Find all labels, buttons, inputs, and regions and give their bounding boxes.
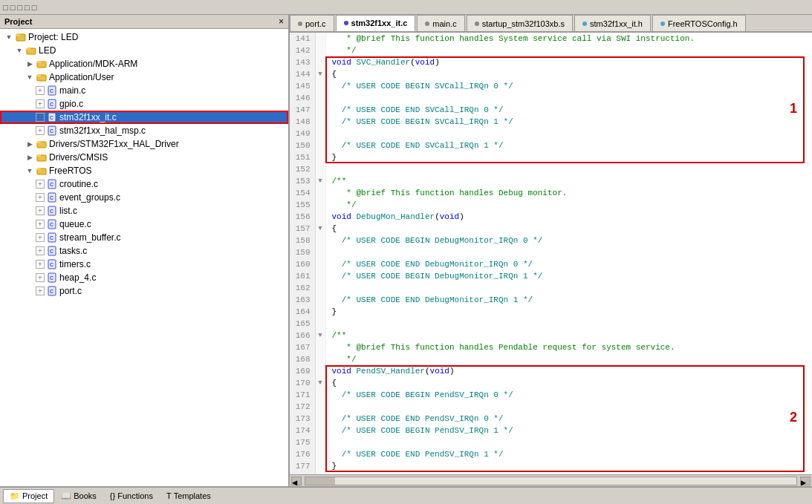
tree-expander-heap-4-c[interactable]: + xyxy=(36,273,45,282)
horizontal-scrollbar[interactable]: ◀ ▶ xyxy=(290,474,812,486)
fold-indicator-170[interactable]: ▼ xyxy=(315,377,325,389)
tree-expander-led-root[interactable]: ▼ xyxy=(13,45,25,56)
tree-expander-event-groups-c[interactable]: + xyxy=(36,193,45,202)
code-content-176: /* USER CODE END PendSV_IRQn 1 */ xyxy=(325,448,812,460)
svg-rect-7 xyxy=(37,75,41,76)
scroll-left-btn[interactable]: ◀ xyxy=(291,477,302,485)
tree-expander-queue-c[interactable]: + xyxy=(36,220,45,229)
tree-item-project-root[interactable]: ▼Project: LED xyxy=(0,30,288,44)
tree-label-drivers-cmsis: Drivers/CMSIS xyxy=(49,152,108,163)
scroll-thumb[interactable] xyxy=(305,477,335,485)
line-number-172: 172 xyxy=(290,401,315,413)
tree-item-stm32f1xx-it-c[interactable]: +Cstm32f1xx_it.c xyxy=(0,111,288,124)
fold-indicator-157[interactable]: ▼ xyxy=(315,223,325,235)
bottom-tab-functions[interactable]: {}Functions xyxy=(103,489,160,503)
tab-stm32f1xx-it-h[interactable]: stm32f1xx_it.h xyxy=(574,15,651,31)
svg-text:C: C xyxy=(50,182,53,187)
tree-item-drivers-cmsis[interactable]: ▶Drivers/CMSIS xyxy=(0,151,288,164)
fold-indicator-144[interactable]: ▼ xyxy=(315,68,325,80)
tree-icon-queue-c: C xyxy=(46,218,58,230)
tree-item-drivers-hal[interactable]: ▶Drivers/STM32F1xx_HAL_Driver xyxy=(0,137,288,151)
tree-item-list-c[interactable]: +Clist.c xyxy=(0,204,288,217)
scroll-right-btn[interactable]: ▶ xyxy=(800,477,811,485)
tree-expander-app-user[interactable]: ▼ xyxy=(24,71,36,83)
tree-item-led-root[interactable]: ▼LED xyxy=(0,44,288,57)
tab-dot-main-c xyxy=(425,22,429,26)
panel-close-button[interactable]: × xyxy=(279,16,284,27)
tree-item-stream-buffer-c[interactable]: +Cstream_buffer.c xyxy=(0,231,288,244)
tab-label-stm32f1xx-it-h: stm32f1xx_it.h xyxy=(590,19,643,28)
tab-main-c[interactable]: main.c xyxy=(417,15,464,31)
code-line-155: 155 */ xyxy=(290,199,812,211)
tree-label-croutine-c: croutine.c xyxy=(59,179,98,189)
tree-expander-stm32f1xx-hal-msp-c[interactable]: + xyxy=(36,126,45,135)
fold-indicator-153[interactable]: ▼ xyxy=(315,175,325,187)
bottom-tab-label-books: Books xyxy=(74,491,97,500)
bottom-tab-project[interactable]: 📁Project xyxy=(3,489,54,503)
tree-expander-tasks-c[interactable]: + xyxy=(36,246,45,255)
code-content-146 xyxy=(325,92,812,104)
tree-expander-list-c[interactable]: + xyxy=(36,206,45,215)
tree-item-freertos[interactable]: ▼FreeRTOS xyxy=(0,164,288,177)
tab-stm32f1xx-it-c[interactable]: stm32f1xx_it.c xyxy=(336,15,416,31)
tree-item-croutine-c[interactable]: +Ccroutine.c xyxy=(0,177,288,191)
tab-freertos-config[interactable]: FreeRTOSConfig.h xyxy=(652,15,746,31)
tree-item-app-user[interactable]: ▼Application/User xyxy=(0,71,288,84)
tab-label-port-c: port.c xyxy=(305,19,326,28)
code-content-173: /* USER CODE END PendSV_IRQn 0 */ xyxy=(325,413,812,425)
code-line-178: 178 xyxy=(290,472,812,474)
tab-startup[interactable]: startup_stm32f103xb.s xyxy=(467,15,573,31)
tree-label-app-user: Application/User xyxy=(49,72,114,82)
tree-expander-stm32f1xx-it-c[interactable]: + xyxy=(36,113,45,122)
editor-tabs: port.cstm32f1xx_it.cmain.cstartup_stm32f… xyxy=(290,15,812,33)
code-content-156: void DebugMon_Handler(void) xyxy=(325,211,812,223)
tree-icon-freertos xyxy=(36,165,48,177)
bottom-tab-templates[interactable]: TTemplates xyxy=(160,489,218,503)
tree-item-timers-c[interactable]: +Ctimers.c xyxy=(0,258,288,271)
line-number-153: 153 xyxy=(290,175,315,187)
tree-item-event-groups-c[interactable]: +Cevent_groups.c xyxy=(0,191,288,204)
tree-expander-app-mdk[interactable]: ▶ xyxy=(24,58,36,70)
code-line-173: 173 /* USER CODE END PendSV_IRQn 0 */ xyxy=(290,413,812,425)
tree-item-main-c[interactable]: +Cmain.c xyxy=(0,84,288,97)
line-number-144: 144 xyxy=(290,68,315,80)
code-content-148: /* USER CODE BEGIN SVCall_IRQn 1 */ xyxy=(325,116,812,128)
code-line-153: 153▼/** xyxy=(290,175,812,187)
tree-expander-drivers-hal[interactable]: ▶ xyxy=(24,138,36,150)
line-number-145: 145 xyxy=(290,80,315,92)
code-line-172: 172 xyxy=(290,401,812,413)
svg-text:C: C xyxy=(50,88,53,94)
bottom-tab-books[interactable]: 📖Books xyxy=(54,489,103,503)
tree-expander-project-root[interactable]: ▼ xyxy=(3,31,15,43)
bottom-bar: 📁Project📖Books{}FunctionsTTemplates xyxy=(0,486,812,504)
menu-bar-text: □ □ □ □ □ xyxy=(3,3,36,12)
project-tree[interactable]: ▼Project: LED▼LED▶Application/MDK-ARM▼Ap… xyxy=(0,29,288,486)
tree-expander-drivers-cmsis[interactable]: ▶ xyxy=(24,151,36,163)
tree-expander-gpio-c[interactable]: + xyxy=(36,99,45,108)
tree-item-queue-c[interactable]: +Cqueue.c xyxy=(0,217,288,231)
tree-expander-port-c[interactable]: + xyxy=(36,287,45,295)
line-number-171: 171 xyxy=(290,389,315,401)
tree-expander-freertos[interactable]: ▼ xyxy=(24,165,36,177)
code-editor[interactable]: 141 * @brief This function handles Syste… xyxy=(290,33,812,474)
tab-port-c[interactable]: port.c xyxy=(290,15,334,31)
code-content-171: /* USER CODE BEGIN PendSV_IRQn 0 */ xyxy=(325,389,812,401)
tree-item-stm32f1xx-hal-msp-c[interactable]: +Cstm32f1xx_hal_msp.c xyxy=(0,124,288,137)
tree-item-heap-4-c[interactable]: +Cheap_4.c xyxy=(0,271,288,284)
line-number-161: 161 xyxy=(290,270,315,282)
tree-expander-timers-c[interactable]: + xyxy=(36,260,45,269)
tree-item-tasks-c[interactable]: +Ctasks.c xyxy=(0,244,288,258)
code-line-146: 146 xyxy=(290,92,812,104)
tree-item-app-mdk[interactable]: ▶Application/MDK-ARM xyxy=(0,57,288,71)
code-content-159 xyxy=(325,246,812,258)
tree-item-port-c[interactable]: +Cport.c xyxy=(0,284,288,298)
line-number-160: 160 xyxy=(290,258,315,270)
scroll-track[interactable] xyxy=(305,477,797,485)
tree-expander-main-c[interactable]: + xyxy=(36,86,45,95)
fold-indicator-166[interactable]: ▼ xyxy=(315,330,325,341)
tree-expander-stream-buffer-c[interactable]: + xyxy=(36,233,45,242)
tree-item-gpio-c[interactable]: +Cgpio.c xyxy=(0,97,288,111)
tree-expander-croutine-c[interactable]: + xyxy=(36,180,45,189)
fold-indicator-172 xyxy=(315,401,325,413)
code-content-172 xyxy=(325,401,812,413)
